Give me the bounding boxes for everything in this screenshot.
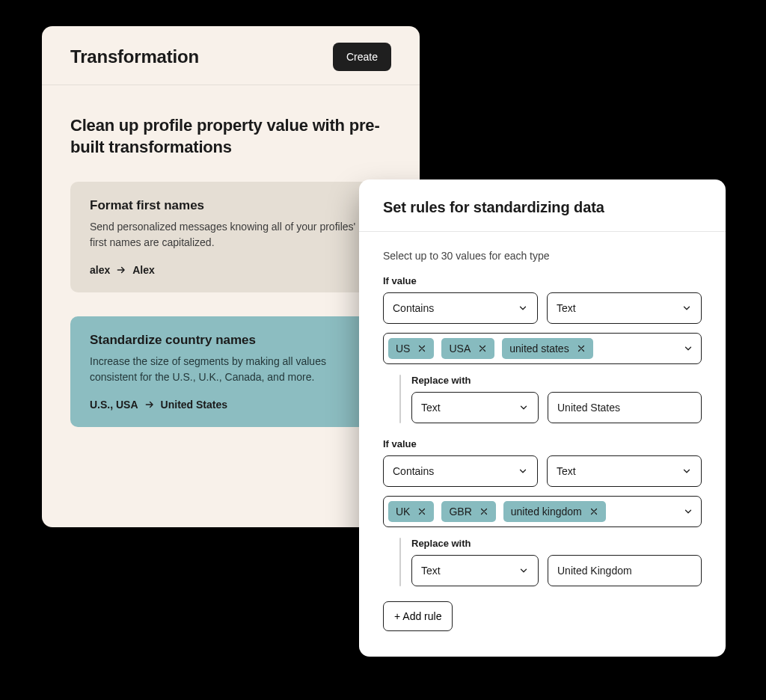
select-value: Text bbox=[421, 402, 441, 414]
remove-tag-icon[interactable] bbox=[417, 344, 426, 353]
example-to: Alex bbox=[132, 264, 155, 276]
replace-with-label: Replace with bbox=[411, 538, 702, 549]
indent-bar bbox=[399, 538, 401, 586]
create-button[interactable]: Create bbox=[333, 43, 391, 71]
tag-label: GBR bbox=[449, 506, 471, 518]
chevron-down-icon bbox=[681, 466, 692, 476]
arrow-right-icon bbox=[143, 399, 156, 410]
remove-tag-icon[interactable] bbox=[478, 344, 487, 353]
remove-tag-icon[interactable] bbox=[589, 507, 598, 516]
example-from: U.S., USA bbox=[90, 399, 138, 411]
card-description: Send personalized messages knowing all o… bbox=[90, 219, 372, 251]
value-tag: UK bbox=[388, 501, 434, 522]
chevron-down-icon bbox=[518, 303, 528, 313]
rule-block: If value Contains Text UK bbox=[383, 438, 702, 586]
select-value: Text bbox=[557, 465, 576, 477]
transformation-subtitle: Clean up profile property value with pre… bbox=[70, 115, 391, 158]
rule-block: If value Contains Text US bbox=[383, 275, 702, 423]
tag-label: USA bbox=[449, 343, 471, 354]
rules-panel: Set rules for standardizing data Select … bbox=[359, 179, 726, 657]
card-title: Format first names bbox=[90, 198, 372, 213]
condition-select[interactable]: Contains bbox=[383, 455, 538, 487]
card-description: Increase the size of segments by making … bbox=[90, 354, 372, 385]
chevron-down-icon bbox=[681, 303, 692, 313]
value-tag: US bbox=[388, 338, 434, 359]
select-value: Contains bbox=[393, 465, 434, 477]
rules-header: Set rules for standardizing data bbox=[359, 179, 726, 232]
chevron-down-icon bbox=[518, 402, 529, 413]
indent-bar bbox=[399, 375, 401, 423]
transformation-header: Transformation Create bbox=[42, 26, 420, 85]
replace-value-input[interactable]: United States bbox=[548, 392, 702, 423]
remove-tag-icon[interactable] bbox=[479, 507, 488, 516]
chevron-down-icon[interactable] bbox=[683, 506, 693, 517]
tag-label: UK bbox=[396, 506, 410, 518]
if-value-label: If value bbox=[383, 438, 702, 449]
value-tag: united kingdom bbox=[503, 501, 606, 522]
rules-body: Select up to 30 values for each type If … bbox=[359, 232, 726, 649]
card-example: alex Alex bbox=[90, 264, 372, 276]
tag-label: US bbox=[396, 343, 410, 354]
tag-label: united states bbox=[509, 343, 569, 354]
type-select[interactable]: Text bbox=[547, 455, 702, 487]
card-title: Standardize country names bbox=[90, 333, 372, 348]
transformation-title: Transformation bbox=[70, 46, 199, 67]
select-value: Text bbox=[557, 302, 576, 314]
type-select[interactable]: Text bbox=[547, 292, 702, 324]
if-value-label: If value bbox=[383, 275, 702, 286]
input-value: United States bbox=[557, 402, 620, 414]
condition-select[interactable]: Contains bbox=[383, 292, 538, 324]
value-tag: USA bbox=[441, 338, 494, 359]
remove-tag-icon[interactable] bbox=[417, 507, 426, 516]
add-rule-button[interactable]: + Add rule bbox=[383, 601, 453, 631]
replace-type-select[interactable]: Text bbox=[411, 555, 539, 586]
replace-with-label: Replace with bbox=[411, 375, 702, 386]
value-tag: GBR bbox=[441, 501, 495, 522]
rules-title: Set rules for standardizing data bbox=[383, 199, 702, 216]
arrow-right-icon bbox=[114, 265, 128, 275]
select-value: Text bbox=[421, 565, 441, 577]
chevron-down-icon bbox=[518, 466, 528, 476]
values-multiselect[interactable]: UK GBR united kingdom bbox=[383, 496, 702, 527]
replace-type-select[interactable]: Text bbox=[411, 392, 539, 423]
card-example: U.S., USA United States bbox=[90, 399, 372, 411]
chevron-down-icon[interactable] bbox=[683, 343, 693, 354]
card-standardize-country-names[interactable]: Standardize country names Increase the s… bbox=[70, 316, 391, 427]
example-to: United States bbox=[161, 399, 227, 411]
card-format-first-names[interactable]: Format first names Send personalized mes… bbox=[70, 182, 391, 292]
remove-tag-icon[interactable] bbox=[577, 344, 586, 353]
tag-label: united kingdom bbox=[511, 506, 582, 518]
replace-value-input[interactable]: United Kingdom bbox=[548, 555, 702, 586]
chevron-down-icon bbox=[518, 565, 529, 576]
select-value: Contains bbox=[393, 302, 434, 314]
example-from: alex bbox=[90, 264, 110, 276]
input-value: United Kingdom bbox=[557, 565, 632, 577]
values-multiselect[interactable]: US USA united states bbox=[383, 333, 702, 364]
value-tag: united states bbox=[502, 338, 592, 359]
rules-hint: Select up to 30 values for each type bbox=[383, 250, 702, 262]
